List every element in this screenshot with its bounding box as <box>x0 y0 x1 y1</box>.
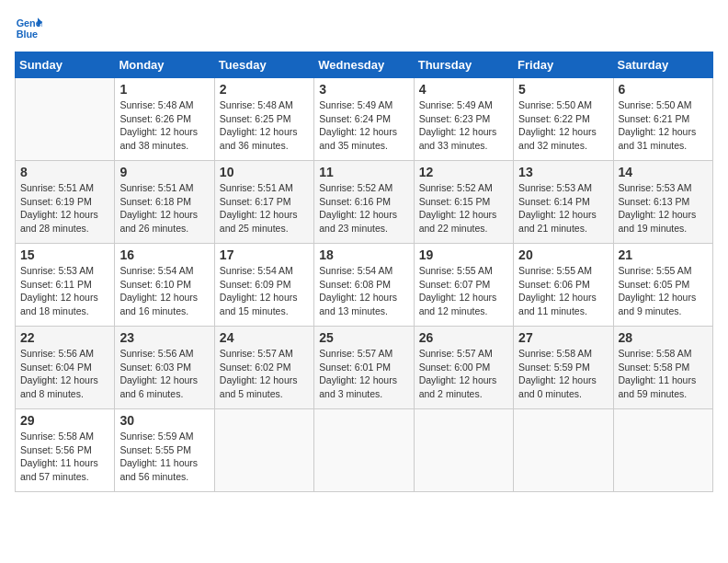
day-number: 20 <box>518 247 608 262</box>
calendar-day-cell: 3Sunrise: 5:49 AMSunset: 6:24 PMDaylight… <box>314 78 414 161</box>
calendar-empty-cell <box>514 409 613 492</box>
calendar-day-cell: 2Sunrise: 5:48 AMSunset: 6:25 PMDaylight… <box>214 78 313 161</box>
day-info: Sunrise: 5:52 AMSunset: 6:15 PMDaylight:… <box>419 181 508 236</box>
day-number: 28 <box>619 330 708 345</box>
day-number: 1 <box>119 82 209 97</box>
day-number: 9 <box>119 165 209 179</box>
calendar-empty-cell <box>16 78 115 161</box>
calendar-day-cell: 22Sunrise: 5:56 AMSunset: 6:04 PMDayligh… <box>16 327 115 409</box>
calendar-day-cell: 29Sunrise: 5:58 AMSunset: 5:56 PMDayligh… <box>16 409 115 492</box>
day-number: 2 <box>220 82 309 97</box>
day-number: 24 <box>220 330 309 345</box>
weekday-header: Sunday <box>16 52 115 78</box>
calendar-week-row: 8Sunrise: 5:51 AMSunset: 6:19 PMDaylight… <box>16 161 713 244</box>
day-info: Sunrise: 5:51 AMSunset: 6:18 PMDaylight:… <box>119 181 209 236</box>
calendar-day-cell: 16Sunrise: 5:54 AMSunset: 6:10 PMDayligh… <box>115 244 214 327</box>
day-info: Sunrise: 5:54 AMSunset: 6:10 PMDaylight:… <box>119 264 209 318</box>
calendar-week-row: 22Sunrise: 5:56 AMSunset: 6:04 PMDayligh… <box>16 327 713 409</box>
day-number: 21 <box>619 247 708 262</box>
day-info: Sunrise: 5:56 AMSunset: 6:03 PMDaylight:… <box>119 347 209 401</box>
calendar-day-cell: 4Sunrise: 5:49 AMSunset: 6:23 PMDaylight… <box>414 78 513 161</box>
weekday-header: Monday <box>115 52 214 78</box>
day-info: Sunrise: 5:48 AMSunset: 6:26 PMDaylight:… <box>119 98 209 153</box>
calendar-day-cell: 11Sunrise: 5:52 AMSunset: 6:16 PMDayligh… <box>314 161 414 244</box>
day-info: Sunrise: 5:58 AMSunset: 5:58 PMDaylight:… <box>619 347 708 401</box>
calendar-header: SundayMondayTuesdayWednesdayThursdayFrid… <box>16 52 713 78</box>
day-number: 16 <box>119 247 209 262</box>
day-number: 5 <box>518 82 608 97</box>
calendar-day-cell: 30Sunrise: 5:59 AMSunset: 5:55 PMDayligh… <box>115 409 214 492</box>
day-number: 22 <box>20 330 109 345</box>
logo-icon: General Blue <box>15 15 42 42</box>
day-number: 30 <box>119 413 209 428</box>
calendar-empty-cell <box>613 409 712 492</box>
calendar-day-cell: 23Sunrise: 5:56 AMSunset: 6:03 PMDayligh… <box>115 327 214 409</box>
day-info: Sunrise: 5:56 AMSunset: 6:04 PMDaylight:… <box>20 347 109 401</box>
weekday-header: Wednesday <box>314 52 414 78</box>
calendar-day-cell: 26Sunrise: 5:57 AMSunset: 6:00 PMDayligh… <box>414 327 513 409</box>
day-info: Sunrise: 5:53 AMSunset: 6:13 PMDaylight:… <box>619 181 708 236</box>
day-number: 10 <box>220 165 309 179</box>
day-number: 14 <box>619 165 708 179</box>
calendar-week-row: 1Sunrise: 5:48 AMSunset: 6:26 PMDaylight… <box>16 78 713 161</box>
calendar-day-cell: 15Sunrise: 5:53 AMSunset: 6:11 PMDayligh… <box>16 244 115 327</box>
day-info: Sunrise: 5:49 AMSunset: 6:23 PMDaylight:… <box>419 98 508 153</box>
day-info: Sunrise: 5:54 AMSunset: 6:08 PMDaylight:… <box>319 264 408 318</box>
weekday-header: Tuesday <box>214 52 313 78</box>
weekday-header: Friday <box>514 52 613 78</box>
calendar-day-cell: 5Sunrise: 5:50 AMSunset: 6:22 PMDaylight… <box>514 78 613 161</box>
calendar-week-row: 29Sunrise: 5:58 AMSunset: 5:56 PMDayligh… <box>16 409 713 492</box>
day-info: Sunrise: 5:57 AMSunset: 6:02 PMDaylight:… <box>220 347 309 401</box>
day-info: Sunrise: 5:58 AMSunset: 5:56 PMDaylight:… <box>20 430 109 484</box>
day-info: Sunrise: 5:58 AMSunset: 5:59 PMDaylight:… <box>518 347 608 401</box>
day-info: Sunrise: 5:54 AMSunset: 6:09 PMDaylight:… <box>220 264 309 318</box>
calendar-day-cell: 10Sunrise: 5:51 AMSunset: 6:17 PMDayligh… <box>214 161 313 244</box>
day-number: 4 <box>419 82 508 97</box>
day-info: Sunrise: 5:49 AMSunset: 6:24 PMDaylight:… <box>319 98 408 153</box>
day-info: Sunrise: 5:53 AMSunset: 6:11 PMDaylight:… <box>20 264 109 318</box>
day-number: 6 <box>619 82 708 97</box>
day-number: 17 <box>220 247 309 262</box>
calendar-day-cell: 8Sunrise: 5:51 AMSunset: 6:19 PMDaylight… <box>16 161 115 244</box>
day-number: 12 <box>419 165 508 179</box>
header: General Blue <box>15 15 713 42</box>
weekday-header: Saturday <box>613 52 712 78</box>
weekday-header: Thursday <box>414 52 513 78</box>
calendar-day-cell: 24Sunrise: 5:57 AMSunset: 6:02 PMDayligh… <box>214 327 313 409</box>
day-info: Sunrise: 5:51 AMSunset: 6:17 PMDaylight:… <box>220 181 309 236</box>
calendar-day-cell: 17Sunrise: 5:54 AMSunset: 6:09 PMDayligh… <box>214 244 313 327</box>
calendar-empty-cell <box>214 409 313 492</box>
calendar-empty-cell <box>414 409 513 492</box>
day-info: Sunrise: 5:51 AMSunset: 6:19 PMDaylight:… <box>20 181 109 236</box>
calendar-week-row: 15Sunrise: 5:53 AMSunset: 6:11 PMDayligh… <box>16 244 713 327</box>
day-number: 29 <box>20 413 109 428</box>
calendar-table: SundayMondayTuesdayWednesdayThursdayFrid… <box>15 52 713 492</box>
calendar-day-cell: 18Sunrise: 5:54 AMSunset: 6:08 PMDayligh… <box>314 244 414 327</box>
svg-text:Blue: Blue <box>17 29 38 40</box>
day-number: 3 <box>319 82 408 97</box>
day-number: 23 <box>119 330 209 345</box>
day-info: Sunrise: 5:55 AMSunset: 6:05 PMDaylight:… <box>619 264 708 318</box>
day-info: Sunrise: 5:57 AMSunset: 6:00 PMDaylight:… <box>419 347 508 401</box>
day-info: Sunrise: 5:55 AMSunset: 6:07 PMDaylight:… <box>419 264 508 318</box>
day-number: 15 <box>20 247 109 262</box>
calendar-day-cell: 6Sunrise: 5:50 AMSunset: 6:21 PMDaylight… <box>613 78 712 161</box>
day-number: 18 <box>319 247 408 262</box>
day-info: Sunrise: 5:53 AMSunset: 6:14 PMDaylight:… <box>518 181 608 236</box>
day-info: Sunrise: 5:48 AMSunset: 6:25 PMDaylight:… <box>220 98 309 153</box>
calendar-day-cell: 12Sunrise: 5:52 AMSunset: 6:15 PMDayligh… <box>414 161 513 244</box>
calendar-day-cell: 13Sunrise: 5:53 AMSunset: 6:14 PMDayligh… <box>514 161 613 244</box>
calendar-day-cell: 9Sunrise: 5:51 AMSunset: 6:18 PMDaylight… <box>115 161 214 244</box>
day-number: 26 <box>419 330 508 345</box>
day-info: Sunrise: 5:50 AMSunset: 6:21 PMDaylight:… <box>619 98 708 153</box>
day-number: 11 <box>319 165 408 179</box>
calendar-day-cell: 20Sunrise: 5:55 AMSunset: 6:06 PMDayligh… <box>514 244 613 327</box>
calendar-day-cell: 21Sunrise: 5:55 AMSunset: 6:05 PMDayligh… <box>613 244 712 327</box>
day-info: Sunrise: 5:52 AMSunset: 6:16 PMDaylight:… <box>319 181 408 236</box>
day-info: Sunrise: 5:50 AMSunset: 6:22 PMDaylight:… <box>518 98 608 153</box>
day-number: 8 <box>20 165 109 179</box>
day-number: 25 <box>319 330 408 345</box>
day-info: Sunrise: 5:59 AMSunset: 5:55 PMDaylight:… <box>119 430 209 484</box>
day-number: 13 <box>518 165 608 179</box>
calendar-day-cell: 28Sunrise: 5:58 AMSunset: 5:58 PMDayligh… <box>613 327 712 409</box>
